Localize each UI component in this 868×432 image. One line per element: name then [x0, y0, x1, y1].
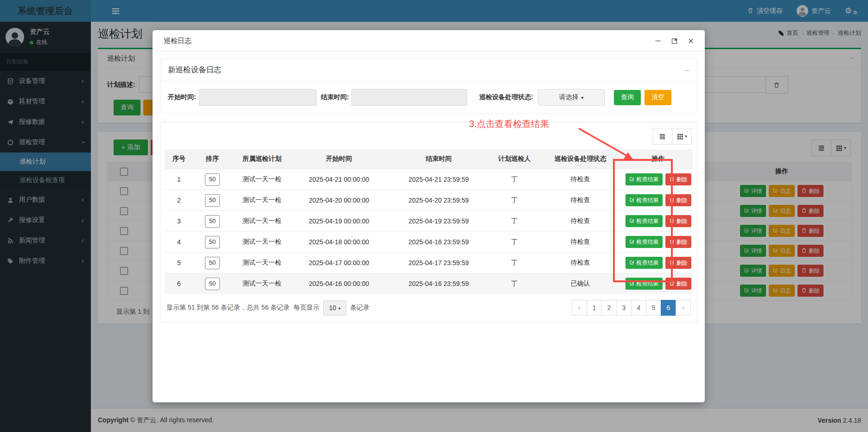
check-result-button[interactable]: 检查结果 [625, 215, 663, 227]
edit-icon [629, 176, 635, 183]
page-next[interactable]: › [676, 300, 691, 316]
trash-icon [669, 176, 675, 183]
edit-icon [629, 197, 635, 204]
log-table-row: 450测试一天一检2025-04-18 00:00:002025-04-18 2… [165, 232, 693, 253]
delete-button[interactable]: 删除 [665, 257, 691, 269]
check-result-button[interactable]: 检查结果 [625, 278, 663, 290]
status-select[interactable]: 请选择▾ [538, 89, 605, 106]
cell-plan: 测试一天一检 [231, 169, 293, 190]
trash-icon [669, 218, 675, 225]
log-table-row: 350测试一天一检2025-04-19 00:00:002025-04-19 2… [165, 211, 693, 232]
page-size-select[interactable]: 10▴ [323, 300, 346, 316]
cell-start-time: 2025-04-21 00:00:00 [293, 169, 385, 190]
delete-button[interactable]: 删除 [665, 173, 691, 185]
cell-plan: 测试一天一检 [231, 211, 293, 232]
cell-end-time: 2025-04-16 23:59:59 [385, 273, 492, 294]
modal-body: 新巡检设备日志 ─ 开始时间: 结束时间: 巡检设备处理状态: 请选择▾ 查询 … [153, 52, 705, 329]
cell-end-time: 2025-04-19 23:59:59 [385, 211, 492, 232]
cell-status: 待检查 [537, 169, 624, 190]
page-2[interactable]: 2 [601, 300, 617, 316]
edit-icon [629, 239, 635, 246]
sort-order-input[interactable]: 50 [205, 257, 220, 269]
end-time-input[interactable] [351, 89, 467, 106]
trash-icon [669, 197, 675, 204]
cell-actions: 检查结果删除 [624, 169, 693, 190]
cell-actions: 检查结果删除 [624, 273, 693, 294]
close-icon[interactable]: × [688, 35, 694, 46]
log-table-header: 排序 [193, 149, 231, 169]
cell-actions: 检查结果删除 [624, 232, 693, 253]
cell-actions: 检查结果删除 [624, 253, 693, 273]
page-4[interactable]: 4 [631, 300, 646, 316]
log-filter-panel: 新巡检设备日志 ─ 开始时间: 结束时间: 巡检设备处理状态: 请选择▾ 查询 … [160, 58, 697, 114]
minimize-icon[interactable]: ─ [655, 37, 660, 45]
check-result-button[interactable]: 检查结果 [625, 257, 663, 269]
log-clear-button[interactable]: 清空 [645, 90, 671, 105]
page-5[interactable]: 5 [646, 300, 661, 316]
cell-end-time: 2025-04-20 23:59:59 [385, 190, 492, 211]
status-label: 巡检设备处理状态: [479, 93, 533, 102]
page-list: ‹123456› [572, 300, 691, 316]
cell-inspector: 丁 [492, 253, 537, 273]
cell-end-time: 2025-04-21 23:59:59 [385, 169, 492, 190]
end-time-label: 结束时间: [321, 93, 349, 102]
maximize-icon[interactable] [671, 38, 678, 44]
cell-sort: 50 [193, 211, 231, 232]
check-result-button[interactable]: 检查结果 [625, 173, 663, 185]
sort-order-input[interactable]: 50 [205, 215, 220, 228]
cell-no: 2 [165, 190, 193, 211]
sort-order-input[interactable]: 50 [205, 194, 220, 207]
cell-actions: 检查结果删除 [624, 190, 693, 211]
cell-no: 5 [165, 253, 193, 273]
cell-inspector: 丁 [492, 169, 537, 190]
page-3[interactable]: 3 [616, 300, 632, 316]
log-table: 序号排序所属巡检计划开始时间结束时间计划巡检人巡检设备处理状态操作 150测试一… [165, 149, 693, 294]
log-table-header: 开始时间 [293, 149, 385, 169]
sort-order-input[interactable]: 50 [205, 173, 220, 186]
caret-down-icon: ▾ [581, 95, 584, 100]
cell-end-time: 2025-04-17 23:59:59 [385, 253, 492, 273]
page-6[interactable]: 6 [661, 300, 676, 316]
cell-plan: 测试一天一检 [231, 190, 293, 211]
per-page-suffix: 条记录 [350, 304, 370, 312]
sort-order-input[interactable]: 50 [205, 278, 220, 290]
page-prev[interactable]: ‹ [572, 300, 587, 316]
log-filter-form: 开始时间: 结束时间: 巡检设备处理状态: 请选择▾ 查询 清空 [160, 81, 697, 113]
panel-collapse-icon[interactable]: ─ [684, 66, 689, 74]
trash-icon [669, 280, 675, 287]
cell-no: 4 [165, 232, 193, 253]
log-search-button[interactable]: 查询 [614, 90, 641, 105]
delete-button[interactable]: 删除 [665, 278, 691, 290]
delete-button[interactable]: 删除 [665, 236, 691, 248]
modal-title: 巡检日志 [164, 37, 655, 45]
log-table-header: 序号 [165, 149, 193, 169]
per-page-prefix: 每页显示 [294, 304, 319, 312]
trash-icon [669, 239, 675, 246]
delete-button[interactable]: 删除 [665, 215, 691, 227]
cell-end-time: 2025-04-18 23:59:59 [385, 232, 492, 253]
log-table-row: 650测试一天一检2025-04-16 00:00:002025-04-16 2… [165, 273, 693, 294]
grid-view-button[interactable]: ▾ [672, 128, 692, 145]
log-table-row: 150测试一天一检2025-04-21 00:00:002025-04-21 2… [165, 169, 693, 190]
cell-inspector: 丁 [492, 273, 537, 294]
sort-order-input[interactable]: 50 [205, 236, 220, 248]
log-table-panel: ▾ 序号排序所属巡检计划开始时间结束时间计划巡检人巡检设备处理状态操作 150测… [160, 122, 697, 323]
cell-plan: 测试一天一检 [231, 273, 293, 294]
cell-status: 待检查 [537, 253, 624, 273]
edit-icon [629, 218, 635, 225]
records-info: 显示第 51 到第 56 条记录，总共 56 条记录 [166, 304, 290, 312]
log-table-header: 操作 [624, 149, 693, 169]
start-time-input[interactable] [199, 89, 317, 106]
modal-header: 巡检日志 ─ × [153, 30, 705, 52]
log-table-header: 所属巡检计划 [231, 149, 293, 169]
check-result-button[interactable]: 检查结果 [625, 236, 663, 248]
cell-plan: 测试一天一检 [231, 253, 293, 273]
cell-start-time: 2025-04-19 00:00:00 [293, 211, 385, 232]
check-result-button[interactable]: 检查结果 [625, 194, 663, 206]
delete-button[interactable]: 删除 [665, 194, 691, 206]
log-table-header: 计划巡检人 [492, 149, 537, 169]
list-view-button[interactable] [652, 128, 672, 145]
page-1[interactable]: 1 [587, 300, 602, 316]
cell-no: 3 [165, 211, 193, 232]
log-table-row: 250测试一天一检2025-04-20 00:00:002025-04-20 2… [165, 190, 693, 211]
